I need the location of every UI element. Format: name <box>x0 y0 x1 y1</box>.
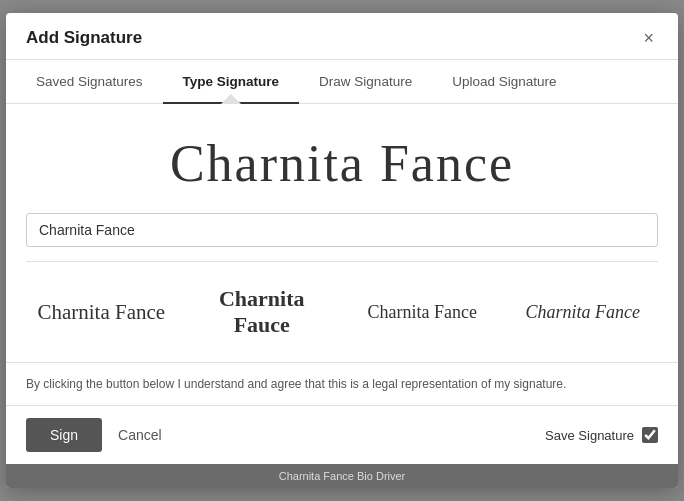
save-signature-checkbox[interactable] <box>642 427 658 443</box>
save-signature-label: Save Signature <box>545 428 634 443</box>
font-option-3[interactable]: Charnita Fance <box>347 296 498 329</box>
signature-input-section <box>6 213 678 261</box>
font-sample-4: Charnita Fance <box>526 302 641 322</box>
signature-text-input[interactable] <box>26 213 658 247</box>
signature-preview-area: Charnita Fance <box>6 104 678 213</box>
font-option-2[interactable]: Charnita Fauce <box>187 280 338 344</box>
modal-overlay: Add Signature × Saved Signatures Type Si… <box>0 0 684 501</box>
add-signature-modal: Add Signature × Saved Signatures Type Si… <box>6 13 678 488</box>
footer-actions-left: Sign Cancel <box>26 418 168 452</box>
font-option-1[interactable]: Charnita Fance <box>26 294 177 331</box>
font-sample-3: Charnita Fance <box>368 302 477 322</box>
bottom-bar: Charnita Fance Bio Driver <box>6 464 678 488</box>
save-signature-section: Save Signature <box>545 427 658 443</box>
font-sample-2: Charnita Fauce <box>219 286 305 337</box>
signature-display-text: Charnita Fance <box>170 134 514 193</box>
tab-draw-signature[interactable]: Draw Signature <box>299 60 432 103</box>
modal-footer: Sign Cancel Save Signature <box>6 406 678 464</box>
font-sample-1: Charnita Fance <box>37 300 165 324</box>
close-button[interactable]: × <box>639 27 658 49</box>
cancel-button[interactable]: Cancel <box>112 418 168 452</box>
font-options-row: Charnita Fance Charnita Fauce Charnita F… <box>6 262 678 363</box>
font-option-4[interactable]: Charnita Fance <box>508 296 659 329</box>
tab-type-signature[interactable]: Type Signature <box>163 60 300 103</box>
bottom-bar-text: Charnita Fance Bio Driver <box>279 470 406 482</box>
tab-saved-signatures[interactable]: Saved Signatures <box>16 60 163 103</box>
tab-upload-signature[interactable]: Upload Signature <box>432 60 576 103</box>
tab-bar: Saved Signatures Type Signature Draw Sig… <box>6 60 678 104</box>
legal-disclaimer: By clicking the button below I understan… <box>6 363 678 406</box>
sign-button[interactable]: Sign <box>26 418 102 452</box>
modal-title: Add Signature <box>26 28 142 48</box>
modal-header: Add Signature × <box>6 13 678 60</box>
